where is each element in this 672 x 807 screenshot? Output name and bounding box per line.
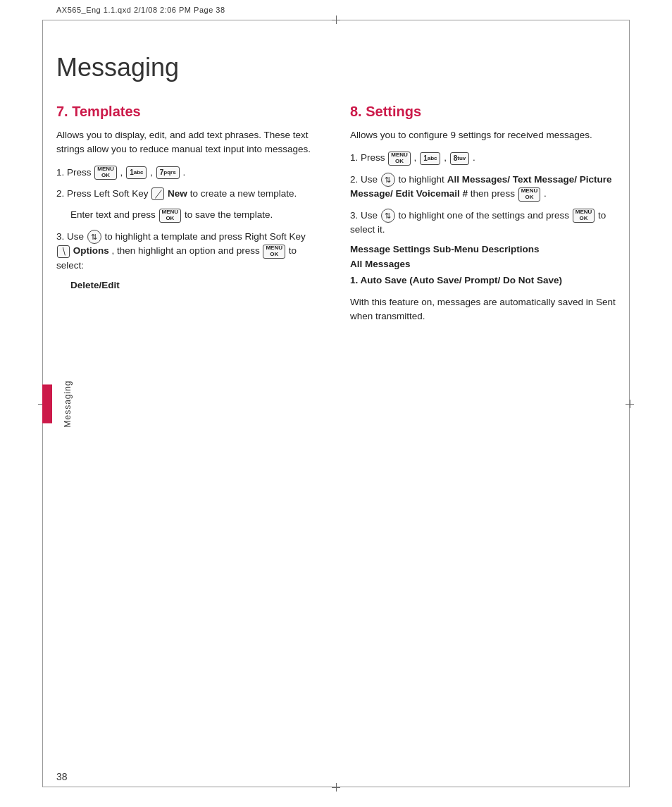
columns-container: 7. Templates Allows you to display, edit… (56, 104, 616, 332)
right-softkey: ╲ (57, 245, 70, 258)
left-softkey: ╱ (151, 187, 164, 200)
step1-text-s8: 1. Press (350, 152, 385, 163)
step2-new: New (168, 188, 187, 199)
file-header-text: AX565_Eng 1.1.qxd 2/1/08 2:06 PM Page 38 (56, 6, 225, 14)
page-title: Messaging (56, 53, 616, 82)
crosshair-right (626, 400, 634, 408)
main-content: Messaging 7. Templates Allows you to dis… (56, 39, 616, 768)
nav-key-1: ⇅ (87, 230, 101, 244)
step3-rest-s8: to highlight one of the settings and pre… (399, 210, 569, 221)
auto-save-description: With this feature on, messages are autom… (350, 295, 616, 324)
section8-description: Allows you to configure 9 settings for r… (350, 128, 616, 142)
column-left: 7. Templates Allows you to display, edit… (56, 104, 322, 332)
section8-heading: 8. Settings (350, 104, 616, 120)
nav-key-s8: ⇅ (381, 173, 395, 187)
menu-ok-key-s8-2: MENUOK (518, 187, 541, 202)
section8-step1: 1. Press MENUOK , 1 abc , 8 tuv . (350, 151, 616, 165)
step1-text: 1. Press (56, 167, 92, 178)
menu-ok-key-3: MENUOK (263, 245, 285, 259)
step3-rest2: , then highlight an option and press (112, 245, 260, 256)
step2-rest: to create a new template. (190, 188, 297, 199)
key-1abc-s8: 1 abc (420, 152, 440, 165)
section7-heading: 7. Templates (56, 104, 322, 120)
auto-save-heading-text: 1. Auto Save (Auto Save/ Prompt/ Do Not … (350, 275, 562, 285)
step3-prefix-s8: 3. Use (350, 210, 378, 221)
sub-heading2: All Messages (350, 259, 616, 269)
section7-step2: 2. Press Left Soft Key ╱ New to create a… (56, 187, 322, 201)
step3-prefix: 3. Use (56, 231, 84, 242)
section7-step2-indent: Enter text and press MENUOK to save the … (70, 208, 322, 222)
step2-indent-text: Enter text and press (70, 209, 156, 220)
menu-ok-key-s8-3: MENUOK (573, 209, 595, 223)
section8-step3: 3. Use ⇅ to highlight one of the setting… (350, 209, 616, 238)
delete-edit: Delete/Edit (70, 280, 322, 290)
section8-step2: 2. Use ⇅ to highlight All Messages/ Text… (350, 173, 616, 202)
section7-step1: 1. Press MENUOK , 1 abc , 7 pqrs . (56, 166, 322, 180)
step2-prefix-s8: 2. Use (350, 174, 378, 185)
auto-save-heading: 1. Auto Save (Auto Save/ Prompt/ Do Not … (350, 273, 616, 288)
key-7pqrs: 7 pqrs (156, 166, 180, 179)
section7-description: Allows you to display, edit, and add tex… (56, 128, 322, 157)
sub-heading1: Message Settings Sub-Menu Descriptions (350, 244, 616, 254)
key-1abc: 1 abc (126, 166, 147, 179)
page-number: 38 (56, 771, 68, 782)
section7-step3: 3. Use ⇅ to highlight a template and pre… (56, 230, 322, 273)
step2-then-s8: then press (471, 188, 515, 199)
step3-options: Options (73, 245, 109, 256)
menu-ok-key-2: MENUOK (159, 209, 182, 223)
step2-prefix: 2. Press Left Soft Key (56, 188, 149, 199)
file-header: AX565_Eng 1.1.qxd 2/1/08 2:06 PM Page 38 (56, 6, 616, 14)
sidebar-tab (42, 384, 52, 423)
crosshair-top (332, 16, 340, 24)
menu-ok-key-s8-1: MENUOK (388, 152, 411, 166)
step2-rest-s8: to highlight (399, 174, 444, 185)
column-right: 8. Settings Allows you to configure 9 se… (350, 104, 616, 332)
menu-ok-key-1: MENUOK (94, 166, 117, 180)
key-8tuv-s8: 8 tuv (450, 152, 470, 165)
crosshair-bottom (332, 783, 340, 791)
step3-rest: to highlight a template and press Right … (105, 231, 306, 242)
step2-indent2: to save the template. (185, 209, 273, 220)
nav-key-s8-3: ⇅ (381, 209, 395, 223)
